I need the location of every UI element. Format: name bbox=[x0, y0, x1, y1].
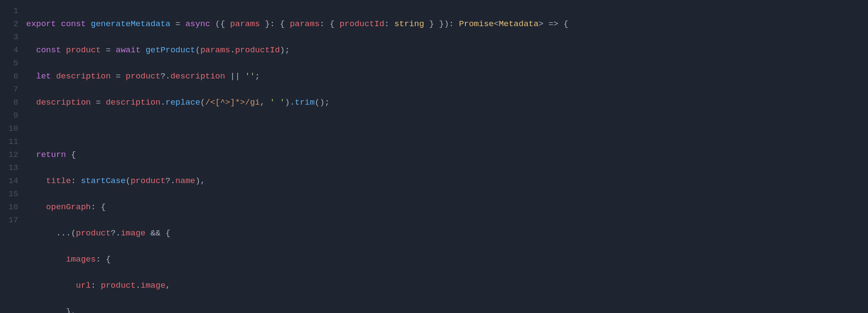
line-number: 9 bbox=[4, 109, 18, 122]
line-number-gutter: 1 2 3 4 5 6 7 8 9 10 11 12 13 14 15 16 1… bbox=[0, 4, 26, 313]
code-line[interactable] bbox=[26, 122, 868, 135]
keyword: const bbox=[61, 19, 86, 29]
string-literal: '' bbox=[245, 71, 255, 81]
line-number: 14 bbox=[4, 174, 18, 187]
code-line[interactable]: export const generateMetadata = async ({… bbox=[26, 17, 868, 31]
line-number: 4 bbox=[4, 44, 18, 57]
line-number: 2 bbox=[4, 17, 18, 31]
line-number: 3 bbox=[4, 31, 18, 44]
line-number: 10 bbox=[4, 122, 18, 135]
code-line[interactable]: return { bbox=[26, 148, 868, 161]
code-line[interactable]: ...(product?.image && { bbox=[26, 227, 868, 240]
code-line[interactable]: let description = product?.description |… bbox=[26, 70, 868, 83]
line-number: 1 bbox=[4, 4, 18, 17]
function-name: generateMetadata bbox=[91, 19, 170, 29]
code-line[interactable]: images: { bbox=[26, 253, 868, 266]
type: string bbox=[394, 19, 424, 29]
line-number: 16 bbox=[4, 201, 18, 214]
line-number: 6 bbox=[4, 70, 18, 83]
code-line[interactable]: }, bbox=[26, 305, 868, 313]
line-number: 11 bbox=[4, 135, 18, 148]
code-line[interactable]: title: startCase(product?.name), bbox=[26, 174, 868, 187]
code-line[interactable]: openGraph: { bbox=[26, 201, 868, 214]
regex-literal: /<[^>]*>/gi bbox=[205, 98, 260, 107]
code-line[interactable]: url: product.image, bbox=[26, 279, 868, 292]
line-number: 8 bbox=[4, 96, 18, 109]
line-number: 17 bbox=[4, 214, 18, 227]
code-editor[interactable]: 1 2 3 4 5 6 7 8 9 10 11 12 13 14 15 16 1… bbox=[0, 0, 868, 313]
identifier: params bbox=[230, 19, 260, 29]
code-line[interactable]: const product = await getProduct(params.… bbox=[26, 44, 868, 57]
line-number: 13 bbox=[4, 161, 18, 174]
line-number: 7 bbox=[4, 83, 18, 96]
line-number: 15 bbox=[4, 187, 18, 201]
keyword: async bbox=[185, 19, 210, 29]
code-area[interactable]: export const generateMetadata = async ({… bbox=[26, 4, 868, 313]
line-number: 5 bbox=[4, 57, 18, 70]
type: Promise bbox=[459, 19, 494, 29]
line-number: 12 bbox=[4, 148, 18, 161]
code-line[interactable]: description = description.replace(/<[^>]… bbox=[26, 96, 868, 109]
keyword: export bbox=[26, 19, 56, 29]
